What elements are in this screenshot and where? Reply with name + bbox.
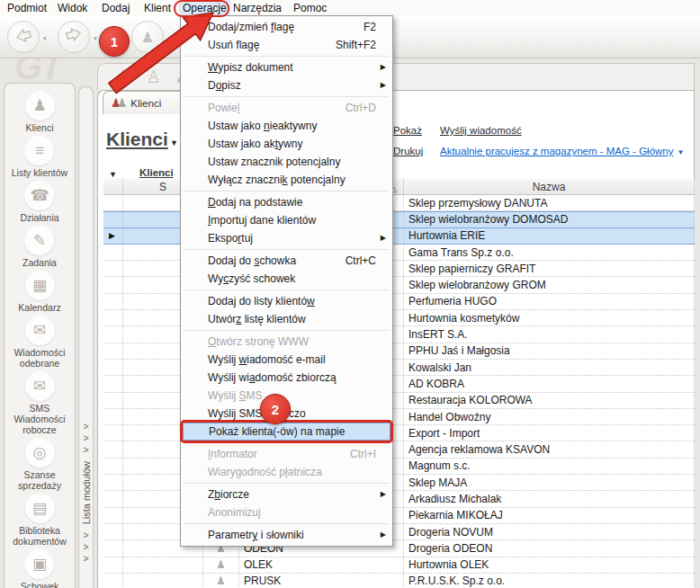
context-menu-item-ustaw-jako-nieaktywny[interactable]: Ustaw jako nieaktywny bbox=[181, 117, 392, 135]
inbox-messages-icon: ✉ bbox=[25, 316, 55, 345]
sidebar-item-schowek[interactable]: ▣Schowek bbox=[21, 549, 59, 588]
sidebar-item-klienci[interactable]: ♟Klienci bbox=[25, 91, 55, 133]
send-dropdown-caret-icon[interactable]: ▾ bbox=[43, 35, 47, 42]
menu-separator bbox=[184, 56, 390, 57]
context-menu-item-wyślij-wiadomość-zbiorczą[interactable]: Wyślij wiadomość zbiorczą bbox=[181, 369, 392, 387]
sidebar-item-sms-wiadomości-robocze[interactable]: ✉SMS Wiadomości robocze bbox=[5, 371, 74, 435]
sidebar-item-label: SMS Wiadomości robocze bbox=[5, 403, 74, 435]
name-cell: Restauracja KOLOROWA bbox=[404, 393, 695, 408]
name-cell: Handel Obwoźny bbox=[404, 409, 695, 424]
context-menu-item-ustaw-znacznik-potencjalny[interactable]: Ustaw znacznik potencjalny bbox=[181, 153, 392, 171]
annotation-step-1: 1 bbox=[99, 26, 130, 57]
name-cell: Perfumeria HUGO bbox=[404, 294, 695, 309]
context-menu-item-dodaj-zmień-flagę[interactable]: Dodaj/zmień flagęF2 bbox=[181, 18, 392, 36]
sidebar-item-label: Listy klientów bbox=[12, 167, 67, 178]
chevron-right-icon[interactable]: > bbox=[84, 553, 89, 565]
chevron-group-bottom: >>> bbox=[84, 530, 89, 565]
tasks-icon: ✎ bbox=[24, 226, 54, 255]
context-menu-item-ustaw-jako-aktywny[interactable]: Ustaw jako aktywny bbox=[181, 135, 392, 153]
sidebar-item-wiadomości-odebrane[interactable]: ✉Wiadomości odebrane bbox=[5, 316, 74, 369]
context-menu-item-zbiorcze[interactable]: Zbiorcze▶ bbox=[181, 486, 392, 503]
sidebar-item-szanse-sprzedaży[interactable]: ◎Szanse sprzedaży bbox=[5, 438, 74, 491]
menubar-item-dodaj[interactable]: Dodaj bbox=[102, 0, 130, 16]
row-indicator-cell bbox=[103, 393, 123, 408]
page-title[interactable]: Klienci bbox=[106, 129, 168, 150]
sidebar-item-działania[interactable]: ☎Działania bbox=[20, 181, 58, 223]
menu-item-label: Wyślij SMS bbox=[208, 389, 263, 402]
row-indicator-cell bbox=[103, 376, 123, 391]
tab-label: Klienci bbox=[130, 98, 161, 109]
row-indicator-cell bbox=[103, 310, 123, 325]
menubar-item-podmiot[interactable]: Podmiot bbox=[7, 0, 47, 16]
client-icon-cell: ♟ bbox=[203, 574, 239, 588]
menu-item-label: Wypisz dokument bbox=[208, 61, 293, 74]
receive-button[interactable] bbox=[58, 21, 90, 53]
print-link[interactable]: Drukuj bbox=[393, 146, 423, 156]
menubar-item-widok[interactable]: Widok bbox=[58, 0, 87, 16]
row-indicator-cell bbox=[103, 557, 123, 573]
row-indicator-cell bbox=[103, 409, 123, 424]
context-menu-item-parametry-i-słowniki[interactable]: Parametry i słowniki▶ bbox=[181, 526, 392, 544]
sidebar-item-zadania[interactable]: ✎Zadania bbox=[22, 226, 57, 268]
name-column-header[interactable]: Nazwa bbox=[404, 179, 695, 194]
warehouse-status-link[interactable]: Aktualnie pracujesz z magazynem - MAG - … bbox=[440, 146, 684, 156]
context-menu-item-importuj-dane-klientów[interactable]: Importuj dane klientów bbox=[181, 211, 392, 229]
table-row[interactable]: ♟OLEKHurtownia OLEK bbox=[103, 557, 695, 574]
filter-caret-down-icon[interactable]: ▼ bbox=[109, 170, 117, 179]
menu-item-label: Wyślij wiadomość e-mail bbox=[208, 353, 326, 366]
chevron-right-icon[interactable]: > bbox=[84, 421, 89, 432]
chevron-right-icon[interactable]: > bbox=[84, 444, 89, 456]
menu-item-label: Parametry i słowniki bbox=[208, 529, 304, 541]
sidebar-item-kalendarz[interactable]: ▦Kalendarz bbox=[18, 271, 60, 313]
row-indicator-cell bbox=[103, 508, 123, 523]
context-menu-item-dopisz[interactable]: Dopisz▶ bbox=[181, 76, 392, 94]
table-row[interactable]: ♟PRUSKP.R.U.S.K. Sp.z o.o. bbox=[103, 574, 695, 588]
context-menu-item-dodaj-do-listy-klientów[interactable]: Dodaj do listy klientów bbox=[181, 292, 392, 310]
name-cell: Hurtownia OLEK bbox=[404, 557, 695, 573]
context-menu-item-eksportuj[interactable]: Eksportuj▶ bbox=[181, 229, 392, 247]
menu-item-shortcut: Shift+F2 bbox=[336, 36, 376, 54]
title-caret-down-icon[interactable]: ▼ bbox=[170, 138, 178, 147]
toolbar-button[interactable]: ♟ bbox=[131, 21, 164, 53]
menu-item-label: Ustaw jako nieaktywny bbox=[208, 120, 317, 132]
menubar-item-klient[interactable]: Klient bbox=[144, 0, 171, 16]
row-indicator-cell bbox=[103, 343, 123, 359]
context-menu-item-pokaż-klienta-ów-na-mapie[interactable]: Pokaż klienta(-ów) na mapie bbox=[183, 423, 390, 441]
context-menu-item-wyczyść-schowek[interactable]: Wyczyść schowek bbox=[181, 270, 392, 288]
context-menu-item-informator: InformatorCtrl+I bbox=[181, 445, 392, 463]
row-indicator-cell bbox=[103, 245, 123, 260]
context-menu-item-dodaj-do-schowka[interactable]: Dodaj do schowkaCtrl+C bbox=[181, 252, 392, 270]
sidebar-item-listy-klientów[interactable]: ≡Listy klientów bbox=[12, 136, 67, 178]
send-message-link[interactable]: Wyślij wiadomość bbox=[440, 125, 522, 136]
tab-klienci[interactable]: ♟ ♟ Klienci bbox=[103, 91, 185, 114]
menubar-item-pomoc[interactable]: Pomoc bbox=[293, 0, 327, 16]
annotation-step-2: 2 bbox=[260, 394, 291, 424]
module-list-strip[interactable]: >>> Lista modułów >>> bbox=[78, 86, 94, 588]
context-menu-item-dodaj-na-podstawie[interactable]: Dodaj na podstawie bbox=[181, 193, 392, 211]
client-gray-icon: ♟ bbox=[117, 96, 128, 110]
menu-item-label: Wyślij SMS zbiorczo bbox=[208, 407, 306, 420]
menubar-item-narzędzia[interactable]: Narzędzia bbox=[233, 0, 282, 16]
chevron-right-icon[interactable]: > bbox=[84, 432, 89, 444]
receive-dropdown-caret-icon[interactable]: ▾ bbox=[94, 35, 97, 42]
menu-item-label: Dopisz bbox=[208, 79, 241, 92]
chevron-right-icon[interactable]: > bbox=[84, 541, 89, 553]
name-cell: Arkadiusz Michalak bbox=[404, 491, 695, 506]
indicator-column-header bbox=[103, 179, 123, 194]
context-menu-item-wypisz-dokument[interactable]: Wypisz dokument▶ bbox=[181, 58, 392, 76]
context-menu-item-wyłącz-znacznik-potencjalny[interactable]: Wyłącz znacznik potencjalny bbox=[181, 171, 392, 189]
name-cell: Sklep przemysłowy DANUTA bbox=[404, 195, 695, 210]
show-link[interactable]: Pokaż bbox=[393, 125, 422, 136]
context-menu-item-wyślij-wiadomość-e-mail[interactable]: Wyślij wiadomość e-mail bbox=[181, 351, 392, 369]
chevron-right-icon[interactable]: > bbox=[84, 530, 89, 541]
context-menu-item-powiel: PowielCtrl+D bbox=[181, 99, 392, 117]
menu-item-label: Powiel bbox=[208, 102, 239, 114]
context-menu-item-utwórz-listę-klientów[interactable]: Utwórz listę klientów bbox=[181, 310, 392, 328]
send-button[interactable] bbox=[7, 21, 40, 53]
filter-link-klienci[interactable]: Klienci bbox=[139, 167, 174, 178]
context-menu-item-usuń-flagę[interactable]: Usuń flagęShift+F2 bbox=[181, 36, 392, 54]
sidebar-item-label: Wiadomości odebrane bbox=[5, 347, 74, 369]
menu-item-label: Wyłącz znacznik potencjalny bbox=[208, 174, 346, 186]
submenu-arrow-icon: ▶ bbox=[381, 486, 386, 503]
sidebar-item-biblioteka-dokumentów[interactable]: ▤Biblioteka dokumentów bbox=[5, 494, 74, 547]
